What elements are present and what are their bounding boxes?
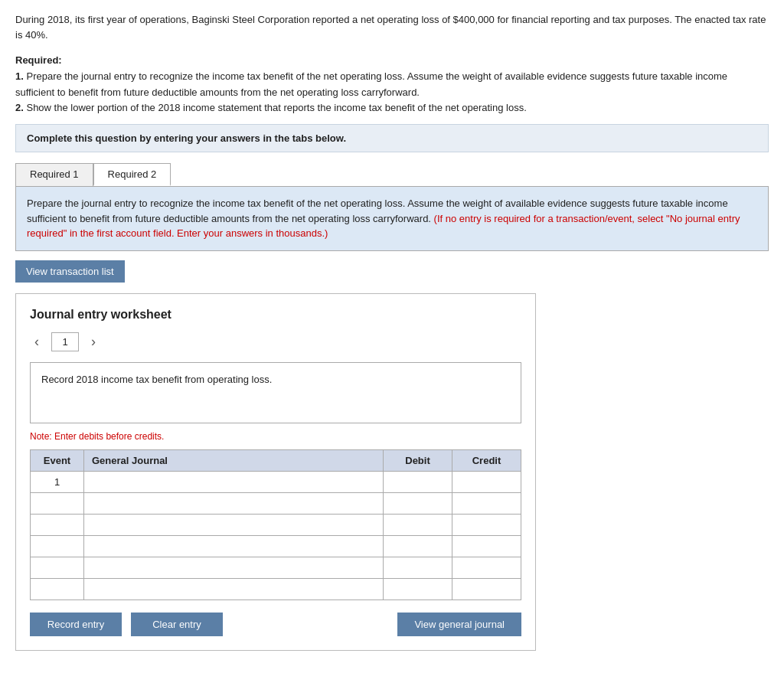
debit-cell[interactable] <box>384 557 452 578</box>
event-cell <box>31 492 84 514</box>
general-journal-input[interactable] <box>84 515 383 535</box>
instruction-box: Complete this question by entering your … <box>15 124 769 152</box>
required-item2-label: 2. <box>15 102 24 113</box>
credit-input[interactable] <box>452 515 521 535</box>
general-journal-cell[interactable] <box>84 471 384 492</box>
general-journal-input[interactable] <box>84 557 383 578</box>
credit-input[interactable] <box>452 579 521 599</box>
tab-required-1[interactable]: Required 1 <box>15 163 93 186</box>
event-cell <box>31 578 84 599</box>
event-cell: 1 <box>31 471 84 492</box>
general-journal-cell[interactable] <box>84 535 384 557</box>
worksheet-title: Journal entry worksheet <box>30 308 521 322</box>
clear-entry-button[interactable]: Clear entry <box>131 613 223 636</box>
description-text: Record 2018 income tax benefit from oper… <box>41 374 272 385</box>
debit-input[interactable] <box>384 536 452 557</box>
view-transaction-list-button[interactable]: View transaction list <box>15 260 125 283</box>
table-row <box>31 557 521 578</box>
action-buttons-row: Record entry Clear entry View general jo… <box>30 613 521 636</box>
required-item1-text: Prepare the journal entry to recognize t… <box>15 70 727 98</box>
general-journal-input[interactable] <box>84 493 383 514</box>
header-event: Event <box>31 449 84 471</box>
table-row <box>31 535 521 557</box>
table-row <box>31 578 521 599</box>
general-journal-input[interactable] <box>84 536 383 557</box>
header-general-journal: General Journal <box>84 449 384 471</box>
header-credit: Credit <box>452 449 521 471</box>
debit-cell[interactable] <box>384 535 452 557</box>
nav-number: 1 <box>51 332 79 351</box>
nav-row: ‹ 1 › <box>30 332 521 351</box>
credit-input[interactable] <box>452 536 521 557</box>
debit-input[interactable] <box>384 515 452 535</box>
note-text: Note: Enter debits before credits. <box>30 431 521 442</box>
debit-input[interactable] <box>384 557 452 578</box>
debit-input[interactable] <box>384 472 452 492</box>
required-item2-text: Show the lower portion of the 2018 incom… <box>26 102 526 113</box>
general-journal-cell[interactable] <box>84 578 384 599</box>
debit-input[interactable] <box>384 579 452 599</box>
event-cell <box>31 514 84 535</box>
general-journal-cell[interactable] <box>84 492 384 514</box>
general-journal-cell[interactable] <box>84 557 384 578</box>
credit-cell[interactable] <box>452 492 521 514</box>
view-general-journal-button[interactable]: View general journal <box>397 613 521 636</box>
tabs-container: Required 1 Required 2 Prepare the journa… <box>15 163 769 251</box>
record-entry-button[interactable]: Record entry <box>30 613 122 636</box>
required-item1-label: 1. <box>15 70 24 82</box>
table-row <box>31 514 521 535</box>
credit-input[interactable] <box>452 493 521 514</box>
credit-cell[interactable] <box>452 557 521 578</box>
general-journal-input[interactable] <box>84 579 383 599</box>
credit-cell[interactable] <box>452 535 521 557</box>
event-cell <box>31 535 84 557</box>
table-row <box>31 492 521 514</box>
journal-table: Event General Journal Debit Credit 1 <box>30 449 521 600</box>
tab-required-2[interactable]: Required 2 <box>93 163 172 186</box>
debit-cell[interactable] <box>384 471 452 492</box>
debit-input[interactable] <box>384 493 452 514</box>
credit-cell[interactable] <box>452 471 521 492</box>
header-debit: Debit <box>384 449 452 471</box>
general-journal-cell[interactable] <box>84 514 384 535</box>
next-arrow-button[interactable]: › <box>87 332 100 351</box>
description-box: Record 2018 income tax benefit from oper… <box>30 362 521 423</box>
general-journal-input[interactable] <box>84 472 383 492</box>
credit-input[interactable] <box>452 472 521 492</box>
tab-content-area: Prepare the journal entry to recognize t… <box>15 186 769 251</box>
debit-cell[interactable] <box>384 492 452 514</box>
debit-cell[interactable] <box>384 578 452 599</box>
debit-cell[interactable] <box>384 514 452 535</box>
prev-arrow-button[interactable]: ‹ <box>30 332 44 351</box>
table-row: 1 <box>31 471 521 492</box>
tabs-row: Required 1 Required 2 <box>15 163 769 186</box>
required-section: Required: 1. Prepare the journal entry t… <box>15 53 769 116</box>
credit-input[interactable] <box>452 557 521 578</box>
credit-cell[interactable] <box>452 578 521 599</box>
credit-cell[interactable] <box>452 514 521 535</box>
worksheet-container: Journal entry worksheet ‹ 1 › Record 201… <box>15 293 536 651</box>
required-heading: Required: <box>15 54 62 66</box>
event-cell <box>31 557 84 578</box>
intro-paragraph: During 2018, its first year of operation… <box>15 12 769 42</box>
